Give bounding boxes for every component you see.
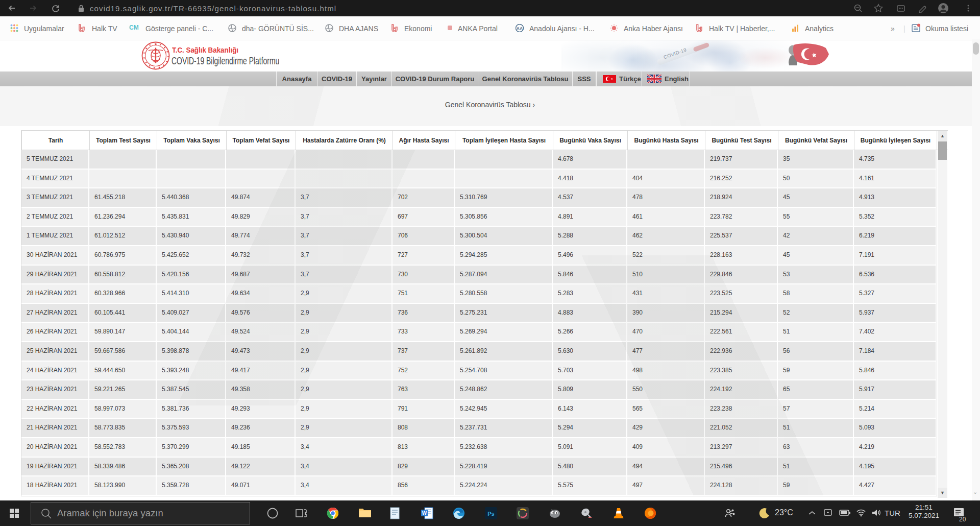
svg-text:Ps: Ps [487, 511, 494, 517]
svg-text:AA: AA [517, 26, 523, 31]
svg-text:20: 20 [959, 516, 966, 523]
svg-text:W: W [422, 510, 427, 516]
